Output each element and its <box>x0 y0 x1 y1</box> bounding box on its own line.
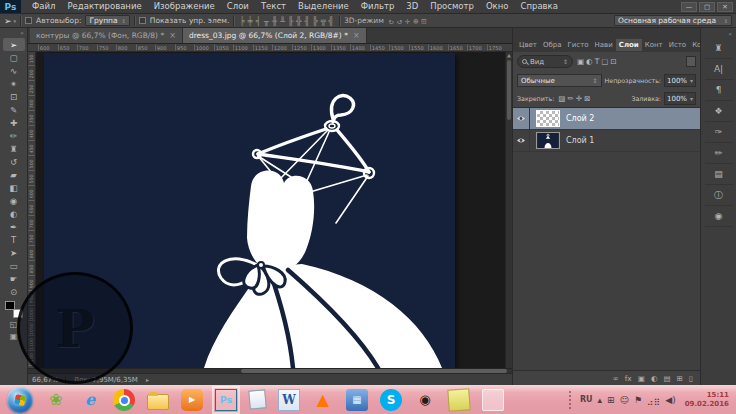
clone-source-panel-icon[interactable]: ♜ <box>705 38 733 59</box>
add-layer-mask-icon[interactable]: ▣ <box>638 374 645 383</box>
panel-tab[interactable]: Гисто <box>565 39 592 51</box>
dodge-tool[interactable]: ◐ <box>3 207 25 220</box>
history-brush-tool[interactable]: ↺ <box>3 155 25 168</box>
zoom-tool[interactable]: ⊙ <box>3 285 25 298</box>
layer-comps-panel-icon[interactable]: ▤ <box>705 164 733 185</box>
filter-adjustment-layers-icon[interactable]: ◐ <box>585 57 594 66</box>
filter-type-layers-icon[interactable]: T <box>594 57 601 66</box>
fill-field[interactable]: 100% ▾ <box>664 92 696 105</box>
icq[interactable]: ❀ <box>45 389 67 411</box>
autoselect-checkbox[interactable] <box>25 17 32 24</box>
explorer[interactable] <box>147 394 169 410</box>
vertical-scroll-thumb[interactable] <box>507 60 511 120</box>
3d-rotate-icon[interactable]: ↻ <box>388 16 395 26</box>
internet-explorer[interactable]: e <box>79 389 101 411</box>
group-select[interactable]: Группа ⇕ <box>85 15 129 26</box>
close-tab-icon[interactable]: × <box>169 31 176 40</box>
align-left-icon[interactable]: ╞ <box>238 16 245 26</box>
panel-tab[interactable]: Обра <box>540 39 565 51</box>
align-vcenter-icon[interactable]: ╫ <box>271 16 278 26</box>
chrome[interactable] <box>113 389 135 411</box>
path-selection-tool[interactable]: ➤ <box>3 246 25 259</box>
clone-stamp-tool[interactable]: ♜ <box>3 142 25 155</box>
menu-item[interactable]: Окно <box>480 0 515 13</box>
close-button[interactable]: ✕ <box>717 2 733 12</box>
scroll-up-icon[interactable]: ▲ <box>506 52 512 59</box>
distribute-bottom-icon[interactable]: ╢ <box>303 16 310 26</box>
canvas[interactable] <box>44 53 455 368</box>
3d-slide-icon[interactable]: ⊕ <box>412 16 419 26</box>
clock[interactable]: 15:11 09.02.2016 <box>685 391 729 408</box>
language-indicator[interactable]: RU <box>580 395 593 404</box>
filter-smart-objects-icon[interactable]: ⊡ <box>609 57 617 66</box>
image-viewer[interactable]: ▦ <box>346 389 368 411</box>
filter-shape-layers-icon[interactable]: ▢ <box>600 57 609 66</box>
quick-mask-button[interactable]: ◱ <box>3 318 25 330</box>
tray-network-icon[interactable]: ⣠⣶ <box>647 395 660 405</box>
menu-item[interactable]: Просмотр <box>424 0 480 13</box>
3d-drag-icon[interactable]: ✛ <box>404 16 411 26</box>
3d-panel-icon[interactable]: ❖ <box>705 101 733 122</box>
brush-panel-icon[interactable]: ✏ <box>705 143 733 164</box>
ghost-app[interactable] <box>482 389 504 411</box>
visibility-cell[interactable] <box>513 130 530 151</box>
toolbar-collapse-icon[interactable]: » <box>20 29 24 36</box>
pen-tool[interactable]: ✒ <box>3 220 25 233</box>
sticky-notes[interactable] <box>447 388 470 411</box>
horizontal-scrollbar[interactable] <box>28 368 512 373</box>
status-menu-arrow-icon[interactable]: ▸ <box>146 376 149 383</box>
panel-tab[interactable]: Слои <box>616 39 642 51</box>
link-layers-icon[interactable]: ∞ <box>612 374 618 383</box>
horizontal-scroll-thumb[interactable] <box>241 369 507 373</box>
lock-transparency-icon[interactable]: ▨ <box>557 94 566 103</box>
3d-roll-icon[interactable]: ↺ <box>396 16 403 26</box>
blur-tool[interactable]: ◉ <box>3 194 25 207</box>
menu-item[interactable]: Файл <box>26 0 61 13</box>
layer-name[interactable]: Слой 1 <box>566 136 594 145</box>
eyedropper-tool[interactable]: ✎ <box>3 103 25 116</box>
tray-expand-icon[interactable]: ▴ <box>598 395 603 405</box>
current-tool-icon[interactable]: ➢ ▾ <box>4 16 16 26</box>
workspace-select[interactable]: Основная рабочая среда ⇕ <box>614 15 732 26</box>
taskbar-grip[interactable] <box>569 391 572 409</box>
paragraph-panel-icon[interactable]: ¶ <box>705 80 733 101</box>
menu-item[interactable]: Слои <box>221 0 255 13</box>
layer-name[interactable]: Слой 2 <box>566 114 594 123</box>
pasteboard[interactable]: ▲ <box>36 52 512 368</box>
visibility-cell[interactable] <box>513 108 530 129</box>
brush-tool[interactable]: ✏ <box>3 129 25 142</box>
close-tab-icon[interactable]: × <box>353 31 360 40</box>
camera[interactable]: ◉ <box>414 389 436 411</box>
align-top-icon[interactable]: ╥ <box>263 16 270 26</box>
panel-tab[interactable]: Исто <box>666 39 689 51</box>
screen-mode-button[interactable]: ▣ <box>3 330 25 342</box>
move-tool[interactable]: ➢ <box>3 38 25 51</box>
3d-scale-icon[interactable]: ⊡ <box>420 16 427 26</box>
adjustment-layer-icon[interactable]: ◐ <box>651 374 658 383</box>
layer-group-icon[interactable]: ▤ <box>663 374 670 383</box>
brush-presets-panel-icon[interactable]: ✑ <box>705 122 733 143</box>
align-right-icon[interactable]: ╡ <box>255 16 262 26</box>
filter-kind-select[interactable]: Вид ⇕ <box>517 55 573 68</box>
gradient-tool[interactable]: ◧ <box>3 181 25 194</box>
panel-tab[interactable]: Нави <box>592 39 616 51</box>
maximize-button[interactable]: ▢ <box>699 2 715 12</box>
eraser-tool[interactable]: ▰ <box>3 168 25 181</box>
hand-tool[interactable]: ☛ <box>3 272 25 285</box>
menu-item[interactable]: Изображение <box>148 0 221 13</box>
lock-all-icon[interactable]: ⊠ <box>583 94 591 103</box>
menu-item[interactable]: Редактирование <box>61 0 147 13</box>
panel-tab[interactable]: Конт <box>642 39 666 51</box>
filter-pixel-layers-icon[interactable]: ▣ <box>576 57 585 66</box>
type-tool[interactable]: T <box>3 233 25 246</box>
align-hcenter-icon[interactable]: ╪ <box>247 16 254 26</box>
marquee-tool[interactable]: ▢ <box>3 51 25 64</box>
skype[interactable]: S <box>380 389 402 411</box>
media-player[interactable]: ▶ <box>181 389 203 411</box>
shape-tool[interactable]: ▭ <box>3 259 25 272</box>
distribute-hcenter-icon[interactable]: ╦ <box>320 16 327 26</box>
layer-row-sloy2[interactable]: Слой 2 <box>513 108 700 130</box>
tray-volume-icon[interactable]: ◀) <box>665 395 675 405</box>
opacity-field[interactable]: 100% ▾ <box>664 74 696 87</box>
panel-tab[interactable]: Цвет <box>516 39 540 51</box>
